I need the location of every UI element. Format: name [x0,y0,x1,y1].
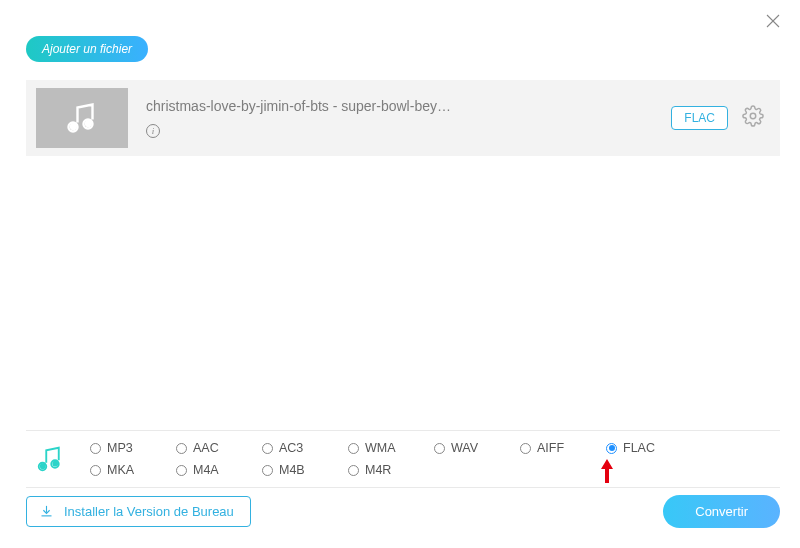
add-file-button[interactable]: Ajouter un fichier [26,36,148,62]
format-radio-m4b[interactable]: M4B [262,463,348,477]
radio-icon [520,443,531,454]
format-radio-mp3[interactable]: MP3 [90,441,176,455]
format-radio-wav[interactable]: WAV [434,441,520,455]
radio-icon [90,443,101,454]
svg-point-6 [52,461,58,467]
format-label: WAV [451,441,478,455]
format-label: FLAC [623,441,655,455]
radio-icon [348,443,359,454]
radio-icon [90,465,101,476]
close-icon[interactable] [764,12,782,30]
format-label: MKA [107,463,134,477]
install-desktop-button[interactable]: Installer la Version de Bureau [26,496,251,527]
radio-icon [606,443,617,454]
convert-button[interactable]: Convertir [663,495,780,528]
format-label: WMA [365,441,396,455]
bottom-bar: Installer la Version de Bureau Convertir [26,495,780,528]
svg-point-5 [40,463,46,469]
format-label: AAC [193,441,219,455]
download-icon [39,504,54,519]
radio-icon [262,465,273,476]
svg-point-2 [70,123,77,130]
format-radio-aac[interactable]: AAC [176,441,262,455]
format-label: M4A [193,463,219,477]
format-radio-m4r[interactable]: M4R [348,463,434,477]
music-note-icon [64,100,100,136]
install-desktop-label: Installer la Version de Bureau [64,504,234,519]
format-label: M4B [279,463,305,477]
file-info: christmas-love-by-jimin-of-bts - super-b… [146,98,671,138]
info-icon[interactable]: i [146,124,160,138]
format-label: MP3 [107,441,133,455]
radio-icon [176,465,187,476]
svg-point-4 [750,113,756,119]
format-radio-wma[interactable]: WMA [348,441,434,455]
radio-icon [262,443,273,454]
formats-panel: MP3AACAC3WMAWAVAIFFFLACMKAM4AM4BM4R [26,430,780,488]
format-radio-mka[interactable]: MKA [90,463,176,477]
music-format-icon [30,444,70,474]
file-title: christmas-love-by-jimin-of-bts - super-b… [146,98,671,114]
format-radio-flac[interactable]: FLAC [606,441,692,455]
format-radio-aiff[interactable]: AIFF [520,441,606,455]
svg-point-3 [85,120,92,127]
radio-icon [348,465,359,476]
file-row: christmas-love-by-jimin-of-bts - super-b… [26,80,780,156]
format-radio-m4a[interactable]: M4A [176,463,262,477]
radio-icon [434,443,445,454]
format-radio-ac3[interactable]: AC3 [262,441,348,455]
format-label: M4R [365,463,391,477]
file-thumbnail [36,88,128,148]
formats-grid: MP3AACAC3WMAWAVAIFFFLACMKAM4AM4BM4R [90,441,780,477]
up-arrow-icon [600,459,614,486]
format-label: AIFF [537,441,564,455]
format-label: AC3 [279,441,303,455]
radio-icon [176,443,187,454]
gear-icon[interactable] [742,105,764,131]
format-badge[interactable]: FLAC [671,106,728,130]
